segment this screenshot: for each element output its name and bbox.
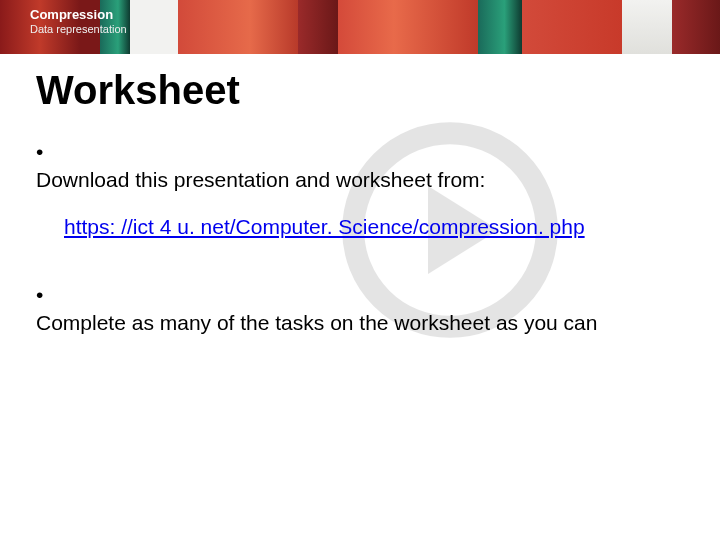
header-stripe — [672, 0, 720, 54]
bullet-mark: • — [36, 281, 56, 309]
header-stripe — [338, 0, 478, 54]
header-band: Compression Data representation — [0, 0, 720, 54]
slide-title: Worksheet — [36, 68, 240, 113]
header-stripe — [478, 0, 522, 54]
slide-body: • Download this presentation and workshe… — [36, 130, 684, 356]
bullet-item: • Download this presentation and workshe… — [36, 138, 684, 195]
bullet-item: • Complete as many of the tasks on the w… — [36, 281, 684, 338]
header-stripe — [178, 0, 298, 54]
header-subtitle: Data representation — [30, 23, 127, 36]
bullet-mark: • — [36, 138, 56, 166]
header-stripe — [130, 0, 178, 54]
header-stripe — [622, 0, 672, 54]
header-title: Compression — [30, 7, 127, 23]
header-stripe — [522, 0, 622, 54]
header-text: Compression Data representation — [30, 7, 127, 36]
download-link[interactable]: https: //ict 4 u. net/Computer. Science/… — [64, 213, 684, 241]
bullet-text: Download this presentation and worksheet… — [36, 166, 660, 194]
slide: Compression Data representation Workshee… — [0, 0, 720, 540]
bullet-text: Complete as many of the tasks on the wor… — [36, 309, 660, 337]
header-stripe — [298, 0, 338, 54]
